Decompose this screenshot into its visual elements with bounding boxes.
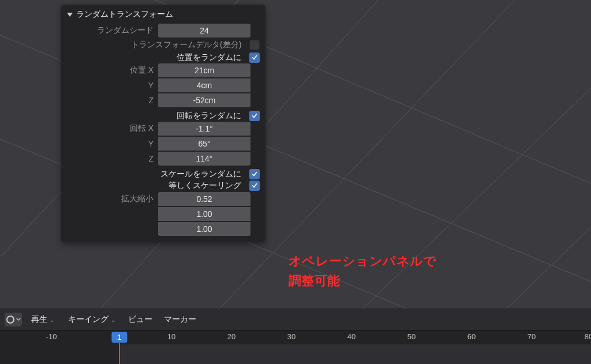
scale-x-field[interactable]: 0.52 bbox=[158, 192, 250, 206]
panel-title: ランダムトランスフォーム bbox=[76, 9, 173, 20]
marker-menu[interactable]: マーカー bbox=[160, 314, 200, 325]
panel-header[interactable]: ランダムトランスフォーム bbox=[67, 8, 260, 23]
rotation-y-label: Y bbox=[67, 139, 158, 148]
view-menu[interactable]: ビュー bbox=[125, 314, 156, 325]
active-frame-range bbox=[119, 344, 591, 364]
delta-transform-label: トランスフォームデルタ(差分) bbox=[67, 40, 246, 50]
check-icon bbox=[252, 55, 257, 61]
delta-transform-checkbox[interactable] bbox=[249, 40, 260, 50]
rotation-z-field[interactable]: 114° bbox=[158, 152, 250, 166]
chevron-down-icon: ⌄ bbox=[50, 317, 54, 323]
location-z-label: Z bbox=[67, 96, 158, 105]
randomize-rotation-label: 回転をランダムに bbox=[67, 111, 246, 121]
check-icon bbox=[252, 113, 257, 119]
randomize-scale-checkbox[interactable] bbox=[249, 169, 260, 179]
randomize-scale-label: スケールをランダムに bbox=[67, 169, 246, 179]
check-icon bbox=[252, 171, 257, 177]
frame-tick: 30 bbox=[287, 331, 296, 341]
keying-menu[interactable]: キーイング ⌄ bbox=[63, 313, 120, 327]
random-seed-label: ランダムシード bbox=[67, 25, 158, 36]
frame-tick: 60 bbox=[467, 331, 476, 341]
frame-tick: 40 bbox=[347, 331, 356, 341]
scale-y-field[interactable]: 1.00 bbox=[158, 207, 250, 221]
chevron-down-icon: ⌄ bbox=[111, 317, 115, 323]
location-x-label: 位置 X bbox=[67, 65, 158, 76]
randomize-rotation-checkbox[interactable] bbox=[249, 111, 260, 121]
check-icon bbox=[252, 183, 257, 189]
operator-panel: ランダムトランスフォーム ランダムシード 24 トランスフォームデルタ(差分) … bbox=[61, 5, 265, 242]
frame-tick: 50 bbox=[407, 331, 416, 341]
frame-tick: 80 bbox=[585, 331, 591, 341]
location-z-field[interactable]: -52cm bbox=[158, 93, 250, 107]
annotation-text: オペレーションパネルで 調整可能 bbox=[289, 252, 437, 291]
scale-even-label: 等しくスケーリング bbox=[67, 181, 246, 191]
rotation-x-field[interactable]: -1.1° bbox=[158, 122, 250, 136]
rotation-x-label: 回転 X bbox=[67, 123, 158, 134]
editor-type-button[interactable] bbox=[5, 313, 22, 327]
location-y-label: Y bbox=[67, 81, 158, 90]
frame-tick: 10 bbox=[167, 331, 175, 341]
frame-tick: 20 bbox=[227, 331, 235, 341]
frame-tick: 70 bbox=[528, 331, 536, 341]
scale-label: 拡大縮小 bbox=[67, 194, 158, 204]
timeline-editor: 再生 ⌄ キーイング ⌄ ビュー マーカー -10 10 20 30 40 50… bbox=[0, 309, 591, 364]
clock-icon bbox=[6, 316, 14, 324]
scale-even-checkbox[interactable] bbox=[249, 181, 260, 191]
location-x-field[interactable]: 21cm bbox=[158, 63, 250, 77]
randomize-location-label: 位置をランダムに bbox=[67, 52, 246, 63]
rotation-z-label: Z bbox=[67, 154, 158, 163]
chevron-down-icon bbox=[16, 317, 21, 322]
disclosure-triangle-icon bbox=[67, 13, 73, 17]
location-y-field[interactable]: 4cm bbox=[158, 78, 250, 92]
rotation-y-field[interactable]: 65° bbox=[158, 137, 250, 151]
playback-menu[interactable]: 再生 ⌄ bbox=[27, 313, 59, 327]
playhead[interactable]: 1 bbox=[111, 332, 127, 343]
randomize-location-checkbox[interactable] bbox=[249, 52, 260, 63]
random-seed-field[interactable]: 24 bbox=[158, 24, 250, 37]
frame-tick: -10 bbox=[46, 331, 57, 341]
timeline-header: 再生 ⌄ キーイング ⌄ ビュー マーカー bbox=[0, 309, 591, 330]
timeline-ruler[interactable]: -10 10 20 30 40 50 60 70 80 1 bbox=[0, 330, 591, 364]
scale-z-field[interactable]: 1.00 bbox=[158, 222, 250, 236]
playhead-line bbox=[119, 343, 120, 364]
